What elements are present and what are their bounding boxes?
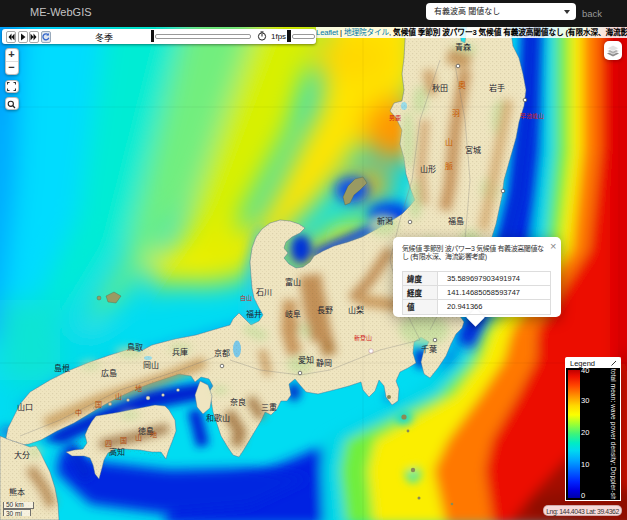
svg-text:高知: 高知 — [109, 447, 125, 457]
svg-text:男鹿: 男鹿 — [389, 114, 401, 122]
svg-text:脈: 脈 — [445, 161, 453, 171]
svg-text:岩手: 岩手 — [489, 83, 505, 93]
svg-text:千葉: 千葉 — [421, 344, 437, 354]
svg-text:島根: 島根 — [54, 363, 70, 373]
svg-text:山: 山 — [445, 137, 453, 147]
svg-text:福井: 福井 — [246, 309, 262, 319]
svg-text:山: 山 — [135, 433, 142, 442]
svg-text:兵庫: 兵庫 — [172, 347, 188, 357]
svg-text:福島: 福島 — [448, 216, 464, 226]
svg-text:岡山: 岡山 — [143, 360, 159, 370]
svg-text:富山: 富山 — [285, 277, 301, 287]
svg-text:中: 中 — [75, 408, 82, 417]
svg-text:岐阜: 岐阜 — [285, 309, 301, 319]
svg-text:京都: 京都 — [214, 348, 230, 358]
svg-text:羽: 羽 — [452, 109, 460, 118]
svg-text:山梨: 山梨 — [348, 305, 364, 315]
svg-text:山形: 山形 — [420, 164, 436, 174]
svg-text:国: 国 — [120, 437, 127, 445]
svg-text:秋田: 秋田 — [432, 83, 448, 93]
svg-text:早池峰山: 早池峰山 — [520, 112, 544, 120]
svg-text:四: 四 — [105, 440, 112, 448]
svg-text:宮城: 宮城 — [465, 145, 481, 155]
svg-text:山口: 山口 — [17, 402, 33, 412]
svg-text:山: 山 — [115, 392, 122, 401]
svg-text:石川: 石川 — [256, 288, 272, 297]
svg-text:大分: 大分 — [14, 450, 30, 460]
svg-text:国: 国 — [95, 401, 102, 409]
svg-text:地: 地 — [150, 430, 157, 438]
svg-text:和歌山: 和歌山 — [206, 413, 230, 423]
svg-text:鳥取: 鳥取 — [127, 342, 143, 352]
svg-text:奥: 奥 — [458, 80, 466, 90]
svg-text:広島: 広島 — [101, 368, 117, 378]
svg-text:地: 地 — [135, 384, 142, 392]
svg-text:三重: 三重 — [261, 402, 277, 412]
svg-text:青森: 青森 — [455, 42, 471, 52]
svg-text:奈良: 奈良 — [230, 397, 246, 407]
svg-text:白山: 白山 — [240, 294, 252, 302]
svg-text:熊本: 熊本 — [9, 487, 25, 497]
svg-text:長野: 長野 — [317, 306, 333, 315]
svg-text:新潟: 新潟 — [377, 216, 393, 226]
